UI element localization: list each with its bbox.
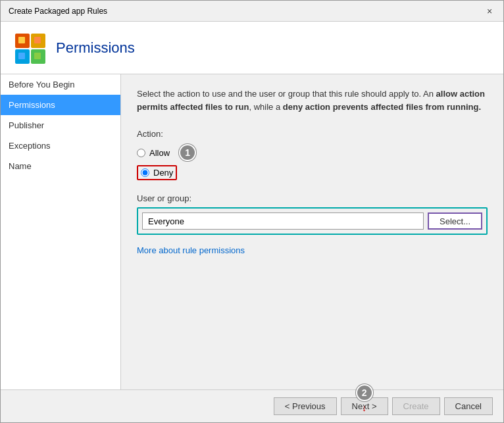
user-group-box: Select... [137,207,488,235]
allow-radio[interactable] [137,149,145,157]
select-button[interactable]: Select... [428,212,482,230]
cancel-button[interactable]: Cancel [444,397,493,415]
badge-circle-2: 2 [356,384,373,401]
deny-radio-wrapper: Deny [137,165,177,180]
badge-circle-1: 1 [179,144,196,161]
deny-option[interactable]: Deny [137,165,488,180]
deny-label: Deny [153,168,173,178]
app-icon [14,32,45,64]
svg-rect-5 [34,37,41,43]
header-section: Permissions [1,22,503,74]
svg-rect-4 [18,37,25,43]
user-group-input[interactable] [142,212,424,230]
main-content: Select the action to use and the user or… [121,74,503,389]
close-button[interactable]: × [484,5,495,17]
sidebar-item-permissions[interactable]: Permissions [1,95,120,115]
sidebar-item-publisher[interactable]: Publisher [1,115,120,136]
sidebar: Before You Begin Permissions Publisher E… [1,74,121,389]
dialog-window: Create Packaged app Rules × Permissions … [0,0,504,423]
sidebar-item-name[interactable]: Name [1,156,120,176]
next-wrapper: 2 ↓ Next > [341,397,388,415]
title-bar: Create Packaged app Rules × [1,1,503,22]
content-area: Before You Begin Permissions Publisher E… [1,74,503,389]
footer: < Previous 2 ↓ Next > Create Cancel [1,389,503,422]
more-link[interactable]: More about rule permissions [137,245,245,255]
window-title: Create Packaged app Rules [9,7,107,16]
header-title: Permissions [56,39,135,57]
svg-rect-7 [34,53,41,59]
badge-2-container: 2 ↓ [356,384,373,413]
action-label: Action: [137,129,488,139]
allow-label: Allow [149,148,170,158]
sidebar-item-exceptions[interactable]: Exceptions [1,136,120,156]
badge-1: 1 [179,144,196,161]
description-text: Select the action to use and the user or… [137,87,488,113]
user-group-label: User or group: [137,193,488,203]
svg-rect-6 [18,53,25,59]
arrow-down-icon: ↓ [356,403,373,413]
create-button[interactable]: Create [392,397,440,415]
deny-radio[interactable] [141,168,149,177]
radio-group: Allow 1 Deny [137,144,488,180]
sidebar-item-before-you-begin[interactable]: Before You Begin [1,74,120,95]
allow-option[interactable]: Allow 1 [137,144,488,161]
previous-button[interactable]: < Previous [274,397,337,415]
